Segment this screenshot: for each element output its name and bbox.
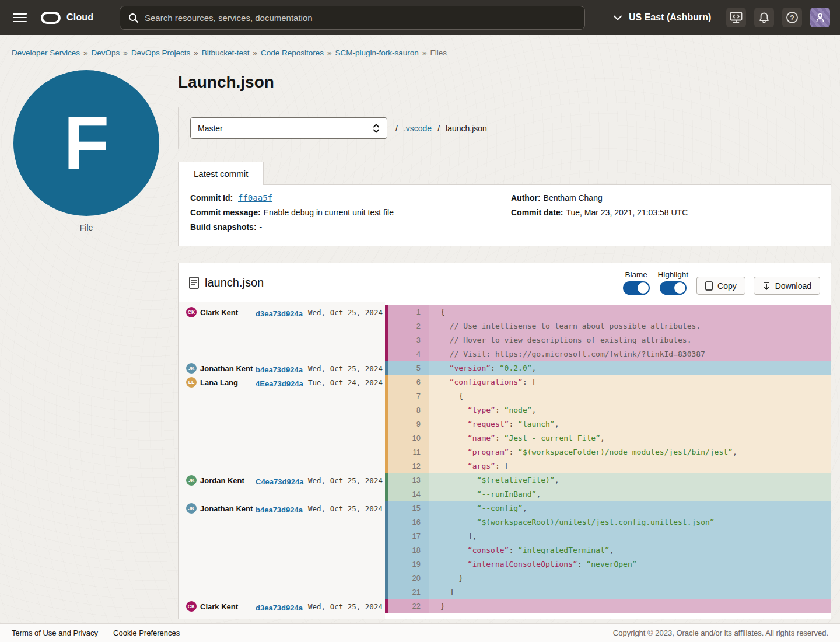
author-name: Clark Kent: [200, 308, 238, 317]
code-token: ]: [450, 588, 454, 596]
line-content: {: [429, 389, 831, 403]
code-token: ,: [600, 434, 605, 442]
author-name: Jonathan Kent: [200, 504, 253, 513]
notifications-button[interactable]: [754, 8, 774, 27]
search-input[interactable]: [145, 13, 576, 23]
code-token: ,: [555, 476, 559, 484]
build-snapshots-value: -: [260, 222, 262, 232]
blame-commit-link[interactable]: d3ea73d924a: [256, 603, 303, 612]
code-token: “neverOpen”: [586, 560, 636, 568]
line-content: “--config”,: [429, 501, 831, 515]
help-button[interactable]: ?: [782, 8, 802, 27]
commit-details-left: Commit Id: ff0aa5f Commit message:Enable…: [190, 193, 511, 238]
copy-button[interactable]: Copy: [696, 277, 746, 295]
cookie-preferences-link[interactable]: Cookie Preferences: [113, 629, 180, 637]
tab-latest-commit[interactable]: Latest commit: [178, 162, 264, 185]
search-bar[interactable]: [120, 6, 585, 30]
blame-commit-link[interactable]: C4ea73d924a: [256, 477, 303, 486]
person-icon: [814, 12, 826, 23]
line-content: “$(relativeFile)”,: [429, 473, 831, 487]
main-content: Launch.json Master / .vscode / launch.js…: [178, 73, 831, 619]
commit-id-link[interactable]: ff0aa5f: [238, 193, 272, 203]
author-name: Lana Lang: [200, 378, 238, 387]
highlight-toggle[interactable]: [660, 281, 687, 295]
highlight-toggle-wrap: Highlight: [658, 270, 689, 295]
code-file-name: launch.json: [205, 276, 264, 289]
page-title: Launch.json: [178, 73, 831, 92]
code-line: 6 “configurations”: [: [388, 375, 831, 389]
topbar: Cloud US East (Ashburn): [0, 0, 840, 35]
breadcrumb-separator: »: [194, 48, 198, 57]
blame-commit-link[interactable]: b4ea73d924a: [256, 505, 303, 514]
breadcrumb-link[interactable]: DevOps: [92, 48, 120, 57]
code-line-group: 13 “$(relativeFile)”,14 “--runInBand”,: [385, 473, 831, 501]
line-number: 14: [388, 487, 429, 501]
code-token: // Visit: https://go.microsoft.com/fwlin…: [450, 350, 705, 358]
code-token: “program”: [468, 448, 509, 456]
code-token: :: [509, 546, 518, 554]
document-icon: [189, 277, 199, 289]
branch-select[interactable]: Master: [190, 117, 387, 139]
blame-commit-link[interactable]: b4ea73d924a: [256, 365, 303, 374]
author-row: Author:Bentham Chang: [511, 193, 688, 203]
terms-link[interactable]: Terms of Use and Privacy: [12, 629, 98, 637]
code-token: ,: [555, 420, 559, 428]
code-token: “type”: [468, 406, 495, 414]
author-label: Author:: [511, 193, 541, 203]
commit-date-row: Commit date:Tue, Mar 23, 2021, 21:03:58 …: [511, 208, 688, 217]
region-selector[interactable]: US East (Ashburn): [614, 0, 711, 35]
code-token: :: [578, 560, 587, 568]
line-content: {: [429, 305, 831, 319]
menu-icon[interactable]: [13, 13, 27, 22]
blame-annotation: JKJonathan Kentb4ea73d924aWed, Oct 25, 2…: [178, 501, 385, 599]
line-number: 19: [388, 557, 429, 571]
code-line: 1{: [388, 305, 831, 319]
file-badge: F File: [13, 70, 159, 232]
breadcrumb-separator: »: [422, 48, 427, 57]
line-number: 17: [388, 529, 429, 543]
line-content: “configurations”: [: [429, 375, 831, 389]
blame-commit-link[interactable]: d3ea73d924a: [256, 309, 303, 318]
blame-annotation: JKJordan KentC4ea73d924aWed, Oct 25, 202…: [178, 473, 385, 501]
blame-toggle[interactable]: [623, 281, 650, 295]
profile-button[interactable]: [810, 8, 830, 27]
author-avatar: JK: [186, 475, 197, 486]
line-number: 16: [388, 515, 429, 529]
breadcrumb-link[interactable]: DevOps Projects: [131, 48, 190, 57]
breadcrumb-link[interactable]: Code Repositores: [261, 48, 324, 57]
path-folder-link[interactable]: .vscode: [404, 124, 432, 133]
code-line: 18 “console”: “integratedTerminal”,: [388, 543, 831, 557]
latest-commit-panel: Commit Id: ff0aa5f Commit message:Enable…: [178, 184, 831, 246]
brand[interactable]: Cloud: [41, 12, 93, 24]
breadcrumb-link[interactable]: Developer Services: [12, 48, 80, 57]
code-token: “integratedTerminal”: [518, 546, 610, 554]
blame-commit-link[interactable]: 4Eea73d924a: [256, 379, 303, 388]
build-snapshots-label: Build snapshots:: [190, 222, 257, 232]
commit-message-value: Enable debug in current unit test file: [264, 208, 394, 217]
code-line: 9 “request”: “launch”,: [388, 417, 831, 431]
blame-toggle-label: Blame: [625, 270, 647, 279]
copy-button-label: Copy: [718, 281, 737, 291]
breadcrumb-link[interactable]: SCM-plugin-fork-sauron: [335, 48, 419, 57]
download-button[interactable]: Download: [754, 277, 820, 295]
question-icon: ?: [786, 11, 799, 24]
code-viewer-header: launch.json Blame Highlight: [178, 263, 831, 302]
code-token: : [: [523, 378, 536, 386]
code-token: “version”: [450, 364, 491, 372]
copy-icon: [705, 281, 713, 291]
cloud-shell-button[interactable]: [726, 8, 746, 27]
author-value: Bentham Chang: [544, 193, 603, 203]
code-line: 7 {: [388, 389, 831, 403]
download-button-label: Download: [775, 281, 811, 291]
blame-commit-wrap: d3ea73d924a: [256, 601, 308, 613]
file-badge-label: File: [13, 223, 159, 232]
blame-date: Wed, Oct 25, 2024: [308, 307, 383, 317]
commit-date-value: Tue, Mar 23, 2021, 21:03:58 UTC: [566, 208, 688, 217]
breadcrumb-link[interactable]: Bitbucket-test: [202, 48, 250, 57]
code-viewer-controls: Blame Highlight Copy: [623, 270, 820, 295]
code-token: // Use intellisense to learn about possi…: [450, 322, 701, 330]
blame-author: JKJordan Kent: [186, 475, 256, 486]
code-token: “$(relativeFile)”: [477, 476, 555, 484]
code-token: :: [495, 406, 505, 414]
code-token: “console”: [468, 546, 509, 554]
